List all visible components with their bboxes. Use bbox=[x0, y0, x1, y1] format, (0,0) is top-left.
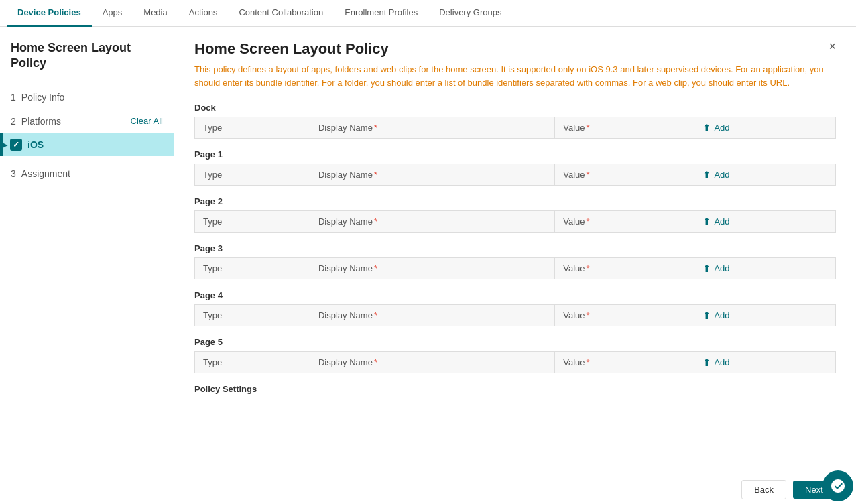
add-icon: ⬆ bbox=[702, 123, 711, 133]
policy-title: Home Screen Layout Policy bbox=[194, 40, 389, 58]
add-icon-page1: ⬆ bbox=[702, 170, 711, 180]
sidebar-title: Home Screen Layout Policy bbox=[11, 40, 163, 72]
col-value-page1: Value* bbox=[555, 164, 694, 186]
tab-actions[interactable]: Actions bbox=[178, 0, 229, 27]
add-page2-button[interactable]: ⬆ Add bbox=[702, 216, 729, 227]
tab-media[interactable]: Media bbox=[133, 0, 178, 27]
policy-description: This policy defines a layout of apps, fo… bbox=[194, 63, 836, 89]
col-display-name-page2: Display Name* bbox=[310, 211, 554, 233]
page1-label: Page 1 bbox=[194, 149, 836, 160]
navigation-fab[interactable] bbox=[822, 470, 853, 501]
col-add-dock: ⬆ Add bbox=[694, 117, 836, 139]
page5-table: Type Display Name* Value* ⬆ Add bbox=[194, 351, 836, 373]
add-dock-button[interactable]: ⬆ Add bbox=[702, 123, 729, 133]
policy-settings-label: Policy Settings bbox=[194, 384, 836, 394]
step-3-number: 3 bbox=[11, 168, 16, 179]
step-3-label: Assignment bbox=[21, 168, 70, 179]
ios-checkbox[interactable] bbox=[10, 139, 22, 151]
col-type-page4: Type bbox=[195, 305, 310, 326]
footer: Back Next > bbox=[0, 475, 856, 504]
col-add-page4: ⬆ Add bbox=[694, 305, 836, 326]
tab-delivery-groups[interactable]: Delivery Groups bbox=[428, 0, 512, 27]
col-add-page1: ⬆ Add bbox=[694, 164, 836, 186]
col-display-name-dock: Display Name* bbox=[310, 117, 554, 139]
sidebar-step-3[interactable]: 3 Assignment bbox=[11, 162, 163, 186]
col-value-dock: Value* bbox=[555, 117, 694, 139]
add-icon-page2: ⬆ bbox=[702, 216, 711, 227]
tab-enrollment-profiles[interactable]: Enrollment Profiles bbox=[334, 0, 428, 27]
col-display-name-page3: Display Name* bbox=[310, 258, 554, 279]
add-icon-page4: ⬆ bbox=[702, 310, 711, 320]
page5-label: Page 5 bbox=[194, 337, 836, 347]
col-value-page4: Value* bbox=[555, 305, 694, 326]
page4-label: Page 4 bbox=[194, 290, 836, 300]
col-value-page5: Value* bbox=[555, 352, 694, 373]
compass-icon bbox=[830, 478, 846, 494]
sidebar: Home Screen Layout Policy 1 Policy Info … bbox=[0, 27, 174, 504]
page2-label: Page 2 bbox=[194, 196, 836, 206]
col-type-dock: Type bbox=[195, 117, 310, 139]
dock-label: Dock bbox=[194, 103, 836, 113]
main-content: Home Screen Layout Policy × This policy … bbox=[174, 27, 856, 504]
page2-table: Type Display Name* Value* ⬆ Add bbox=[194, 210, 836, 233]
col-type-page1: Type bbox=[195, 164, 310, 186]
add-page5-button[interactable]: ⬆ Add bbox=[702, 357, 729, 367]
col-display-name-page5: Display Name* bbox=[310, 352, 554, 373]
dock-section: Dock Type Display Name* Value* ⬆ bbox=[194, 103, 836, 139]
step-2-label: Platforms bbox=[21, 116, 61, 127]
add-page4-button[interactable]: ⬆ Add bbox=[702, 310, 729, 320]
col-add-page2: ⬆ Add bbox=[694, 211, 836, 233]
page4-section: Page 4 Type Display Name* Value* ⬆ bbox=[194, 290, 836, 326]
close-button[interactable]: × bbox=[829, 40, 836, 52]
tab-content-collaboration[interactable]: Content Collaboration bbox=[228, 0, 334, 27]
page4-table: Type Display Name* Value* ⬆ Add bbox=[194, 304, 836, 326]
col-value-page3: Value* bbox=[555, 258, 694, 279]
sidebar-step-1[interactable]: 1 Policy Info bbox=[11, 85, 163, 109]
page1-table: Type Display Name* Value* ⬆ Add bbox=[194, 164, 836, 186]
dock-table: Type Display Name* Value* ⬆ Add bbox=[194, 117, 836, 139]
col-value-page2: Value* bbox=[555, 211, 694, 233]
sidebar-step-2[interactable]: 2 Platforms bbox=[11, 116, 61, 127]
top-nav: Device Policies Apps Media Actions Conte… bbox=[0, 0, 856, 27]
col-add-page5: ⬆ Add bbox=[694, 352, 836, 373]
col-display-name-page4: Display Name* bbox=[310, 305, 554, 326]
clear-all-button[interactable]: Clear All bbox=[131, 116, 163, 126]
ios-platform-item[interactable]: ▶ iOS bbox=[0, 133, 184, 156]
step-1-label: Policy Info bbox=[21, 92, 65, 103]
tab-apps[interactable]: Apps bbox=[92, 0, 133, 27]
step-2-number: 2 bbox=[11, 116, 16, 127]
page3-section: Page 3 Type Display Name* Value* ⬆ bbox=[194, 243, 836, 279]
ios-label: iOS bbox=[27, 139, 44, 150]
app-body: Home Screen Layout Policy 1 Policy Info … bbox=[0, 27, 856, 504]
col-add-page3: ⬆ Add bbox=[694, 258, 836, 279]
tab-device-policies[interactable]: Device Policies bbox=[7, 0, 92, 27]
page2-section: Page 2 Type Display Name* Value* ⬆ bbox=[194, 196, 836, 233]
step-1-number: 1 bbox=[11, 92, 16, 103]
page1-section: Page 1 Type Display Name* Value* ⬆ bbox=[194, 149, 836, 186]
back-button[interactable]: Back bbox=[741, 480, 786, 499]
col-type-page5: Type bbox=[195, 352, 310, 373]
policy-header: Home Screen Layout Policy × bbox=[194, 40, 836, 58]
page3-table: Type Display Name* Value* ⬆ Add bbox=[194, 257, 836, 279]
page3-label: Page 3 bbox=[194, 243, 836, 253]
add-icon-page5: ⬆ bbox=[702, 357, 711, 367]
add-icon-page3: ⬆ bbox=[702, 263, 711, 273]
col-display-name-page1: Display Name* bbox=[310, 164, 554, 186]
col-type-page3: Type bbox=[195, 258, 310, 279]
add-page1-button[interactable]: ⬆ Add bbox=[702, 170, 729, 180]
col-type-page2: Type bbox=[195, 211, 310, 233]
add-page3-button[interactable]: ⬆ Add bbox=[702, 263, 729, 273]
page5-section: Page 5 Type Display Name* Value* ⬆ bbox=[194, 337, 836, 373]
step-2-row: 2 Platforms Clear All bbox=[11, 109, 163, 133]
